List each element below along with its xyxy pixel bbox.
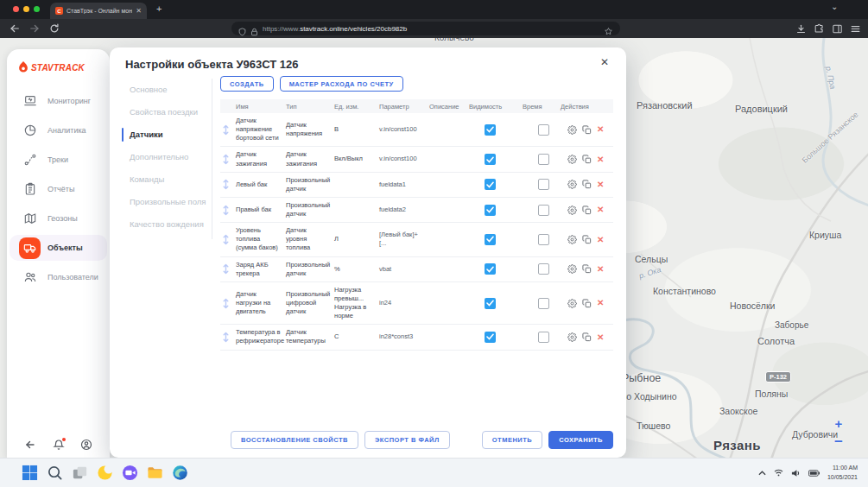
modal-tab[interactable]: Датчики: [125, 123, 212, 146]
modal-tab[interactable]: Дополнительно: [125, 146, 212, 168]
moon-app-icon[interactable]: [96, 465, 113, 482]
task-view-icon[interactable]: [71, 465, 88, 482]
sidebar-item-reports[interactable]: Отчёты: [7, 174, 110, 204]
visibility-checkbox[interactable]: [485, 298, 496, 309]
modal-tab[interactable]: Основное: [125, 79, 212, 101]
drag-handle-icon[interactable]: [220, 298, 236, 309]
copy-icon[interactable]: [582, 332, 592, 342]
settings-gear-icon[interactable]: [567, 155, 577, 164]
time-checkbox[interactable]: [538, 263, 549, 275]
battery-icon[interactable]: [808, 470, 820, 477]
visibility-checkbox[interactable]: [485, 234, 496, 245]
export-file-button[interactable]: ЭКСПОРТ В ФАЙЛ: [364, 431, 450, 449]
collapse-arrow-icon[interactable]: [24, 439, 36, 451]
modal-tab[interactable]: Качество вождения: [125, 213, 212, 236]
forward-icon[interactable]: [29, 22, 41, 35]
time-checkbox[interactable]: [538, 205, 549, 216]
drag-handle-icon[interactable]: [220, 332, 236, 343]
delete-icon[interactable]: ✕: [597, 234, 604, 246]
drag-handle-icon[interactable]: [220, 154, 236, 165]
save-button[interactable]: СОХРАНИТЬ: [548, 431, 613, 449]
copy-icon[interactable]: [582, 155, 592, 164]
drag-handle-icon[interactable]: [220, 234, 236, 245]
delete-icon[interactable]: ✕: [597, 332, 604, 344]
visibility-checkbox[interactable]: [485, 205, 496, 216]
copy-icon[interactable]: [582, 235, 592, 244]
profile-icon[interactable]: [80, 439, 92, 451]
tab-close-icon[interactable]: ✕: [136, 8, 142, 15]
expense-master-button[interactable]: МАСТЕР РАСХОДА ПО СЧЕТУ: [280, 76, 403, 92]
edge-browser-icon[interactable]: [171, 465, 188, 482]
settings-gear-icon[interactable]: [567, 264, 577, 274]
sidebar-item-monitoring[interactable]: Мониторинг: [7, 86, 110, 116]
shield-icon[interactable]: [238, 24, 246, 33]
visibility-checkbox[interactable]: [485, 179, 496, 190]
time-checkbox[interactable]: [538, 332, 549, 343]
bookmark-star-icon[interactable]: [604, 24, 613, 34]
visibility-checkbox[interactable]: [485, 263, 496, 275]
search-icon[interactable]: [46, 465, 63, 482]
download-icon[interactable]: [795, 22, 807, 34]
volume-icon[interactable]: [791, 469, 801, 478]
stavtrack-logo[interactable]: STAVTRACK: [7, 49, 110, 74]
visibility-checkbox[interactable]: [485, 154, 496, 165]
delete-icon[interactable]: ✕: [597, 297, 604, 309]
modal-close-icon[interactable]: ✕: [600, 56, 609, 68]
copy-icon[interactable]: [582, 180, 592, 189]
extensions-icon[interactable]: [814, 22, 825, 34]
cancel-button[interactable]: ОТМЕНИТЬ: [482, 431, 542, 449]
restore-properties-button[interactable]: ВОССТАНОВЛЕНИЕ СВОЙСТВ: [231, 431, 358, 449]
delete-icon[interactable]: ✕: [597, 179, 604, 191]
wifi-icon[interactable]: [774, 469, 783, 477]
create-button[interactable]: СОЗДАТЬ: [220, 76, 274, 92]
menu-icon[interactable]: [850, 22, 861, 34]
modal-tab[interactable]: Свойства поездки: [125, 101, 212, 123]
reload-icon[interactable]: [48, 22, 60, 35]
url-bar[interactable]: https://www.stavtrack.online/vehicles/20…: [231, 22, 620, 35]
window-close-button[interactable]: [13, 6, 19, 12]
drag-handle-icon[interactable]: [220, 179, 236, 190]
system-tray[interactable]: 11:00 AM 10/05/2021: [758, 464, 868, 482]
copy-icon[interactable]: [582, 264, 592, 274]
file-explorer-icon[interactable]: [146, 465, 163, 482]
notifications-bell-icon[interactable]: [53, 439, 65, 451]
time-checkbox[interactable]: [538, 298, 549, 309]
settings-gear-icon[interactable]: [567, 332, 577, 342]
browser-tab[interactable]: С СтавТрэк - Онлайн мониторин ✕: [50, 3, 147, 19]
copy-icon[interactable]: [582, 299, 592, 308]
lock-icon[interactable]: [250, 24, 258, 33]
map-zoom-out-button[interactable]: −: [831, 434, 846, 450]
sidebar-item-tracks[interactable]: Треки: [7, 145, 110, 174]
settings-gear-icon[interactable]: [567, 180, 577, 189]
settings-gear-icon[interactable]: [567, 206, 577, 215]
modal-tab[interactable]: Команды: [125, 168, 212, 191]
time-checkbox[interactable]: [538, 124, 549, 136]
collections-icon[interactable]: [832, 22, 843, 34]
sidebar-item-analytics[interactable]: Аналитика: [7, 116, 110, 145]
video-app-icon[interactable]: [121, 465, 138, 482]
settings-gear-icon[interactable]: [567, 299, 577, 308]
clock[interactable]: 11:00 AM 10/05/2021: [827, 464, 858, 482]
drag-handle-icon[interactable]: [220, 263, 236, 275]
delete-icon[interactable]: ✕: [597, 263, 604, 275]
sidebar-item-users[interactable]: Пользователи: [7, 262, 110, 292]
start-button-icon[interactable]: [21, 465, 38, 482]
visibility-checkbox[interactable]: [485, 124, 496, 136]
settings-gear-icon[interactable]: [567, 125, 577, 135]
settings-gear-icon[interactable]: [567, 235, 577, 244]
tray-chevron-icon[interactable]: [758, 471, 766, 476]
time-checkbox[interactable]: [538, 154, 549, 165]
sidebar-item-objects[interactable]: Объекты: [7, 233, 110, 262]
drag-handle-icon[interactable]: [220, 124, 236, 136]
time-checkbox[interactable]: [538, 179, 549, 190]
drag-handle-icon[interactable]: [220, 205, 236, 216]
modal-tab[interactable]: Произвольные поля: [125, 191, 212, 213]
time-checkbox[interactable]: [538, 234, 549, 245]
window-maximize-button[interactable]: [34, 6, 40, 12]
map-zoom-in-button[interactable]: +: [831, 416, 846, 432]
delete-icon[interactable]: ✕: [597, 154, 604, 166]
window-minimize-button[interactable]: [23, 6, 29, 12]
back-icon[interactable]: [9, 22, 21, 35]
copy-icon[interactable]: [582, 125, 592, 135]
new-tab-button[interactable]: +: [156, 3, 162, 14]
